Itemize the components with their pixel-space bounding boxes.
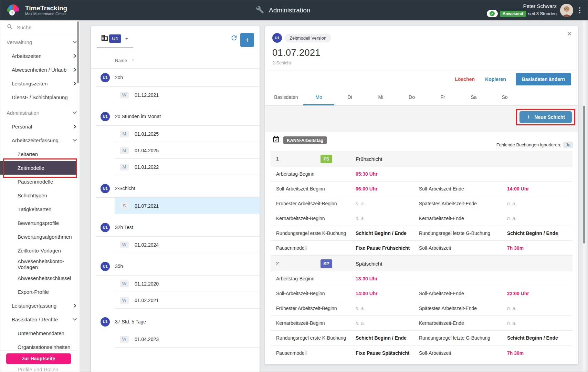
shift-detail-value: Schicht Beginn / Ende [507,230,573,236]
to-mainpage-button[interactable]: zur Hauptseite [6,353,71,364]
timemodel-version-01-01-2025[interactable]: M01.01.2025 [91,126,260,142]
sidebar-item-label: Organisationseinheiten [18,344,70,350]
timemodel-group-35h[interactable]: U135h [91,257,260,275]
column-header-label: Name [115,58,127,63]
list-column-header[interactable]: Name ↑ [91,52,260,69]
timemodel-group-20h[interactable]: U120h [91,69,260,86]
sidebar-item-bewertungsprofile[interactable]: Bewertungsprofile [0,216,80,230]
sidebar-item-zeitmodelle[interactable]: Zeitmodelle [0,161,80,175]
edit-basedata-button[interactable]: Basisdaten ändern [516,73,571,85]
shift-detail-value: n. a. [507,306,573,311]
sidebar-item-arbeitszeiten[interactable]: Arbeitszeiten [0,49,80,63]
sidebar-item-schichttypen[interactable]: Schichttypen [0,188,80,202]
kebab-menu-icon[interactable] [577,4,583,17]
sidebar-item-abwesenheitsschlüssel[interactable]: Abwesenheitsschlüssel [0,271,80,285]
app-logo-icon [5,2,21,18]
shift-detail-value: Fixe Pause Spätschicht [356,350,419,356]
timemodel-version-01-07-2021[interactable]: S01.07.2021 [115,198,260,214]
sidebar-search[interactable]: Suche [0,20,80,35]
page-scrollbar-thumb[interactable] [583,106,585,244]
tab-fr[interactable]: Fr [427,94,458,105]
sidebar-scrollbar-thumb[interactable] [77,21,79,83]
shift-code-badge: FS [321,155,332,163]
sidebar-item-leistungserfassung[interactable]: Leistungserfassung [0,299,80,312]
sidebar-item-zeitarten[interactable]: Zeitarten [0,147,80,161]
sidebar-item-basisdaten-rechte[interactable]: Basisdaten / Rechte [0,312,80,326]
daytype-row: KANN-Arbeitstag Fehlende Buchungen ignor… [265,132,578,148]
sidebar-item-arbeitszeiterfassung[interactable]: Arbeitszeiterfassung [0,133,80,147]
new-shift-button[interactable]: + Neue Schicht [519,111,572,123]
chevron-down-icon[interactable] [125,38,128,40]
timemodel-version-01-01-2022[interactable]: M01.01.2022 [91,159,260,175]
timemodel-group-37-std-5-tage[interactable]: U137 Std. 5 Tage [91,313,260,331]
avatar[interactable] [560,4,573,17]
version-date: 01.07.2021 [135,203,159,209]
tab-so[interactable]: So [489,94,520,105]
refresh-icon[interactable] [230,34,238,43]
user-name: Peter Schwarz [523,3,557,9]
timemodel-group-20-stunden-im-monat[interactable]: U120 Stunden im Monat [91,107,260,125]
sidebar-item-personal[interactable]: Personal [0,120,80,133]
version-type-chip: S [120,203,129,209]
timemodel-version-01-02-2021[interactable]: W01.02.2021 [91,292,260,308]
timemodel-version-01-02-2024[interactable]: W01.02.2024 [91,237,260,253]
page-scrollbar [582,20,586,372]
shift-detail-row: PausenmodellFixe Pause SpätschichtSoll-A… [271,345,573,360]
tab-di[interactable]: Di [334,94,365,105]
shift-detail-value: n. a. [507,216,573,221]
app-subtitle: Max Mustermann GmbH [25,12,67,16]
tab-mo[interactable]: Mo [303,94,334,105]
sidebar-item-label: Administration [7,110,39,116]
tab-sa[interactable]: Sa [458,94,489,105]
add-timemodel-button[interactable]: + [240,33,254,47]
sidebar-footer: zur Hauptseite [0,351,77,366]
sidebar-item-abwesenheiten-urlaub[interactable]: Abwesenheiten / Urlaub [0,63,80,76]
tab-do[interactable]: Do [396,94,427,105]
copy-button[interactable]: Kopieren [484,75,507,83]
presence-toggle[interactable]: ✓ [487,10,498,17]
shift-detail-label: Soll-Arbeitszeit [419,350,507,356]
sidebar-item-label: Unternehmensdaten [18,330,64,336]
sidebar-item-unternehmensdaten[interactable]: Unternehmensdaten [0,326,80,340]
sidebar-section-administration[interactable]: Administration [0,106,80,120]
sidebar-item-dienst-schichtplanung[interactable]: Dienst- / Schichtplanung [0,90,80,104]
sidebar-item-label: Schichttypen [18,193,47,198]
sidebar-item-cutoff[interactable]: Profile und Rollen [18,366,58,372]
sidebar-item-export-profile[interactable]: Export-Profile [0,285,80,299]
timemodel-group-2-schicht[interactable]: U12-Schicht [91,179,260,197]
sidebar-section-verwaltung[interactable]: Verwaltung [0,35,80,49]
sidebar-item-bewertungsalgorithmen[interactable]: Bewertungsalgorithmen [0,230,80,244]
sidebar-item-pausenmodelle[interactable]: Pausenmodelle [0,175,80,188]
org-filter-chip[interactable]: U1 [109,34,121,43]
version-date: 01.02.2021 [135,298,159,303]
tab-mi[interactable]: Mi [365,94,396,105]
timemodel-version-01-12-2021[interactable]: W01.12.2021 [91,87,260,103]
sidebar-item-label: Abwesenheitskonto-Vorlagen [18,258,80,270]
timemodel-detail-panel: × U1 Zeitmodell Version 01.07.2021 2-Sch… [265,26,578,364]
tab-basisdaten[interactable]: Basisdaten [269,94,303,105]
timemodel-version-01-04-2023[interactable]: W01.04.2023 [91,331,260,347]
delete-button[interactable]: Löschen [454,75,475,83]
shift-number: 2 [276,261,321,266]
sidebar-item-zeitkonto-vorlagen[interactable]: Zeitkonto-Vorlagen [0,244,80,257]
org-badge: U1 [272,33,282,43]
org-badge: U1 [101,184,110,193]
org-badge: U1 [101,112,110,121]
timemodel-version-01-04-2025[interactable]: M01.04.2025 [91,142,260,158]
shift-detail-row: Rundungsregel erste K-BuchungSchicht Beg… [271,331,573,345]
timemodel-group-32h-test[interactable]: U132h Test [91,218,260,236]
app-brand[interactable]: TimeTracking Max Mustermann GmbH [0,2,67,18]
sidebar-item-tätigkeitsarten[interactable]: Tätigkeitsarten [0,202,80,216]
day-tabs: BasisdatenMoDiMiDoFrSaSo [265,87,578,105]
group-gap [91,214,260,218]
version-type-chip: W [120,280,129,287]
annotation-box-new-shift: + Neue Schicht [516,109,575,125]
close-icon[interactable]: × [567,30,572,38]
shift-detail-row: Soll-Arbeitszeit-Beginn14:00 UhrSoll-Arb… [271,286,573,301]
org-badge: U1 [101,317,110,327]
timemodel-version-01-12-2020[interactable]: W01.12.2020 [91,276,260,292]
sidebar-item-leistungszeiten[interactable]: Leistungszeiten [0,76,80,90]
sidebar-item-abwesenheitskonto-vorlagen[interactable]: Abwesenheitskonto-Vorlagen [0,257,80,271]
version-date: 01.04.2023 [135,337,159,342]
sidebar-item-label: Export-Profile [18,289,49,295]
